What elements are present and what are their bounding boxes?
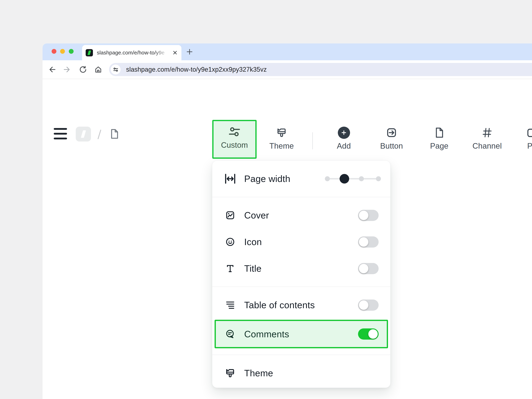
menu-row-label: Cover — [244, 210, 269, 221]
site-settings-icon[interactable] — [111, 64, 120, 75]
menu-row-label: Comments — [244, 329, 289, 339]
slashpage-favicon-icon — [86, 49, 93, 56]
hash-icon — [482, 126, 493, 139]
new-tab-button[interactable] — [186, 48, 193, 56]
smiley-icon — [224, 237, 236, 247]
menu-row-label: Title — [244, 263, 262, 274]
custom-dropdown-menu: Page width Cover — [212, 160, 391, 388]
home-icon[interactable] — [94, 65, 102, 74]
toolbar-item-label: Custom — [221, 141, 248, 150]
menu-row-theme[interactable]: Theme — [212, 360, 390, 386]
toc-lines-icon — [224, 300, 236, 310]
panel-icon — [526, 126, 532, 139]
cover-toggle-off[interactable] — [358, 210, 379, 221]
sliders-icon — [228, 127, 241, 137]
toolbar-item-theme[interactable]: Theme — [263, 126, 300, 153]
toggle-knob — [368, 329, 378, 339]
toolbar-divider — [312, 132, 313, 149]
back-icon[interactable] — [48, 65, 56, 74]
menu-icon[interactable] — [54, 128, 67, 139]
menu-row-label: Page width — [244, 173, 290, 184]
menu-row-icon[interactable]: Icon — [212, 228, 390, 255]
toolbar-item-channel[interactable]: Channel — [469, 126, 506, 153]
paintbrush-icon — [224, 368, 236, 378]
reload-icon[interactable] — [79, 65, 87, 74]
menu-row-cover[interactable]: Cover — [212, 202, 390, 228]
toolbar-item-label: Theme — [269, 141, 294, 150]
url-bar[interactable]: slashpage.com/e/how-to/y9e1xp2xx9py327k3… — [109, 63, 532, 76]
toggle-knob — [359, 264, 368, 273]
paintbrush-icon — [277, 126, 287, 139]
document-icon[interactable] — [110, 129, 119, 139]
toolbar-item-label: Pa — [527, 141, 532, 150]
slash-separator — [98, 129, 101, 139]
slider-track — [327, 178, 379, 179]
macos-zoom-button[interactable] — [69, 49, 74, 54]
toolbar-item-label: Button — [380, 141, 403, 150]
page-width-icon — [224, 172, 236, 185]
menu-section-width: Page width — [212, 161, 390, 197]
tab-title: slashpage.com/e/how-to/y9e — [97, 50, 171, 56]
comment-bubble-icon — [224, 329, 236, 339]
menu-section-header-elements: Cover Icon Title — [212, 197, 390, 287]
comments-toggle-on[interactable] — [358, 329, 379, 340]
cover-image-icon — [224, 210, 236, 220]
toolbar-item-label: Channel — [472, 141, 502, 150]
slashpage-logo-icon[interactable] — [76, 127, 91, 141]
title-text-icon — [224, 264, 236, 273]
table-of-contents-toggle-off[interactable] — [358, 299, 379, 311]
menu-row-label: Table of contents — [244, 300, 315, 310]
slider-stop-3[interactable] — [359, 176, 364, 181]
browser-window: slashpage.com/e/how-to/y9e slashpage.com… — [43, 44, 532, 399]
browser-navbar: slashpage.com/e/how-to/y9e1xp2xx9py327k3… — [43, 60, 532, 79]
macos-close-button[interactable] — [52, 49, 56, 54]
slider-stop-4[interactable] — [376, 176, 381, 181]
menu-row-comments-highlighted[interactable]: Comments — [215, 320, 388, 348]
icon-toggle-off[interactable] — [358, 236, 379, 247]
slider-stop-1[interactable] — [325, 176, 330, 181]
toolbar-item-label: Page — [430, 141, 449, 150]
toolbar-item-page[interactable]: Page — [421, 126, 458, 153]
toggle-knob — [359, 237, 368, 247]
url-text[interactable]: slashpage.com/e/how-to/y9e1xp2xx9py327k3… — [126, 66, 267, 73]
toolbar-item-add[interactable]: Add — [325, 126, 362, 153]
browser-tab[interactable]: slashpage.com/e/how-to/y9e — [82, 45, 181, 60]
button-arrow-icon — [386, 126, 397, 139]
plus-circle-icon — [338, 126, 350, 139]
tab-close-icon[interactable] — [172, 50, 178, 56]
macos-minimize-button[interactable] — [60, 49, 65, 54]
forward-icon[interactable] — [63, 65, 71, 74]
toolbar-item-label: Add — [337, 141, 351, 150]
menu-section-body-elements: Table of contents Comments — [212, 287, 390, 355]
file-icon — [434, 126, 444, 139]
menu-row-page-width[interactable]: Page width — [212, 165, 390, 192]
slider-stop-2-selected[interactable] — [340, 174, 349, 184]
toolbar-item-custom[interactable]: Custom — [212, 120, 257, 159]
menu-row-label: Theme — [244, 368, 273, 378]
title-toggle-off[interactable] — [358, 263, 379, 274]
toolbar-item-partial[interactable]: Pa — [513, 126, 532, 153]
menu-section-theme: Theme — [212, 355, 390, 391]
toggle-knob — [359, 211, 368, 220]
browser-tab-strip: slashpage.com/e/how-to/y9e — [43, 44, 532, 60]
toggle-knob — [359, 300, 368, 310]
menu-row-title[interactable]: Title — [212, 255, 390, 282]
page-content: Custom Theme Add Button Page — [43, 79, 532, 399]
toolbar-item-button[interactable]: Button — [373, 126, 410, 153]
menu-row-label: Icon — [244, 237, 262, 247]
page-width-slider[interactable] — [327, 174, 379, 184]
menu-row-table-of-contents[interactable]: Table of contents — [212, 292, 390, 318]
